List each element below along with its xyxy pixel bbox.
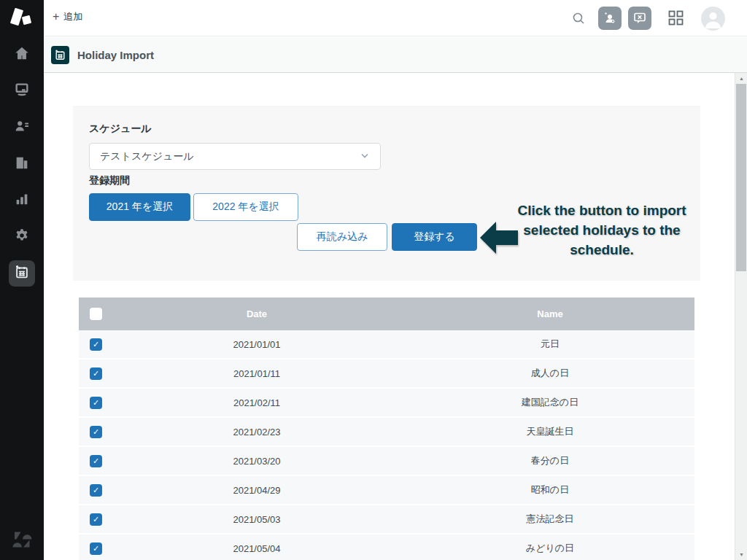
table-row: ✓ 2021/02/23 天皇誕生日 <box>79 418 694 447</box>
name-column-header: Name <box>406 308 694 319</box>
row-checkbox[interactable]: ✓ <box>90 484 102 497</box>
app-grid-icon[interactable] <box>668 10 684 28</box>
select-2021-button[interactable]: 2021 年を選択 <box>89 193 190 221</box>
date-cell: 2021/02/23 <box>108 427 406 438</box>
name-cell: 昭和の日 <box>406 483 694 497</box>
sidebar-item-customers[interactable] <box>9 114 35 141</box>
schedule-select[interactable]: テストスケジュール <box>89 143 381 170</box>
sidebar-item-reporting[interactable] <box>9 187 35 214</box>
avatar[interactable] <box>701 7 725 31</box>
sidebar-item-holiday-import[interactable] <box>9 260 35 287</box>
holiday-import-app-icon <box>51 46 69 64</box>
chat-dismiss-icon[interactable] <box>628 7 651 30</box>
vertical-scrollbar[interactable]: ▲ ▼ <box>735 73 747 560</box>
table-row: ✓ 2021/05/04 みどりの日 <box>79 534 694 560</box>
row-checkbox[interactable]: ✓ <box>90 513 102 526</box>
date-cell: 2021/03/20 <box>108 456 406 467</box>
name-cell: 元日 <box>406 338 694 351</box>
page-title: Holiday Import <box>77 49 154 61</box>
date-cell: 2021/02/11 <box>108 397 406 408</box>
home-icon <box>14 45 30 64</box>
date-column-header: Date <box>108 308 406 319</box>
user-badge-icon[interactable] <box>598 7 622 30</box>
name-cell: 春分の日 <box>406 454 694 467</box>
plus-icon: + <box>53 11 59 23</box>
zendesk-logo <box>12 529 32 550</box>
top-bar: + 追加 <box>44 0 747 36</box>
holiday-table: Date Name ✓ 2021/01/01 元日 ✓ 2021/01/11 成… <box>79 298 694 560</box>
scrollbar-down-arrow[interactable]: ▼ <box>735 549 747 560</box>
table-row: ✓ 2021/01/01 元日 <box>79 330 694 359</box>
schedule-select-value: テストスケジュール <box>100 150 360 163</box>
views-icon <box>14 82 30 101</box>
page-header: Holiday Import <box>44 37 747 73</box>
add-button[interactable]: + 追加 <box>53 10 82 23</box>
date-cell: 2021/04/29 <box>108 485 406 496</box>
import-form-panel: スケジュール テストスケジュール 登録期間 2021 年を選択 2022 年を選… <box>73 106 700 281</box>
row-checkbox[interactable]: ✓ <box>90 368 102 380</box>
customers-icon <box>14 118 30 137</box>
row-checkbox[interactable]: ✓ <box>90 426 102 438</box>
table-row: ✓ 2021/01/11 成人の日 <box>79 359 694 389</box>
schedule-label: スケジュール <box>89 122 152 136</box>
name-cell: 天皇誕生日 <box>406 425 694 438</box>
period-label: 登録期間 <box>89 174 130 187</box>
sidebar-item-views[interactable] <box>9 78 35 104</box>
table-row: ✓ 2021/05/03 憲法記念日 <box>79 505 694 534</box>
annotation-text: Click the button to import selected holi… <box>516 201 687 260</box>
sidebar <box>0 0 44 560</box>
date-cell: 2021/01/11 <box>108 368 406 379</box>
row-checkbox[interactable]: ✓ <box>90 455 102 467</box>
name-cell: 憲法記念日 <box>406 513 694 526</box>
select-2022-button[interactable]: 2022 年を選択 <box>193 193 298 221</box>
sidebar-item-settings[interactable] <box>9 224 35 250</box>
sidebar-item-home[interactable] <box>9 42 35 68</box>
sidebar-item-organizations[interactable] <box>9 151 35 177</box>
table-body: ✓ 2021/01/01 元日 ✓ 2021/01/11 成人の日 ✓ 2021… <box>79 330 694 560</box>
reporting-icon <box>14 191 30 210</box>
name-cell: みどりの日 <box>406 542 694 555</box>
calendar-gear-icon <box>14 264 30 283</box>
date-cell: 2021/05/03 <box>108 514 406 525</box>
scrollbar-thumb[interactable] <box>736 84 746 271</box>
search-icon[interactable] <box>572 12 585 28</box>
reload-button[interactable]: 再読み込み <box>297 223 387 251</box>
table-row: ✓ 2021/04/29 昭和の日 <box>79 476 694 505</box>
name-cell: 建国記念の日 <box>406 396 694 409</box>
table-row: ✓ 2021/02/11 建国記念の日 <box>79 389 694 418</box>
row-checkbox[interactable]: ✓ <box>90 542 102 555</box>
chevron-down-icon <box>360 150 370 163</box>
row-checkbox[interactable]: ✓ <box>90 397 102 409</box>
table-header-row: Date Name <box>79 298 694 330</box>
add-button-label: 追加 <box>63 10 82 23</box>
table-row: ✓ 2021/03/20 春分の日 <box>79 447 694 476</box>
select-all-checkbox[interactable] <box>90 308 102 320</box>
main-content: スケジュール テストスケジュール 登録期間 2021 年を選択 2022 年を選… <box>44 73 735 560</box>
organizations-icon <box>14 155 30 174</box>
date-cell: 2021/01/01 <box>108 339 406 350</box>
annotation-left-arrow-icon <box>480 222 518 257</box>
row-checkbox[interactable]: ✓ <box>90 338 102 351</box>
holiday-import-app: + 追加 Holiday Import スケジュール テスト <box>0 0 747 560</box>
name-cell: 成人の日 <box>406 367 694 380</box>
register-button[interactable]: 登録する <box>392 223 477 251</box>
date-cell: 2021/05/04 <box>108 543 406 554</box>
scrollbar-up-arrow[interactable]: ▲ <box>735 73 747 84</box>
gear-icon <box>14 228 30 246</box>
product-logo <box>10 7 34 29</box>
